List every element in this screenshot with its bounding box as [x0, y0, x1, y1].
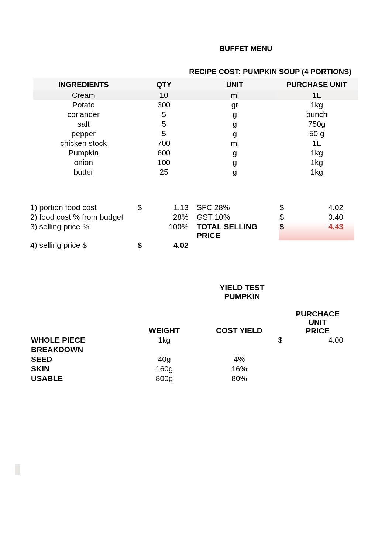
yield-table: WEIGHT COST YIELD PURCHACE UNIT PRICE WH…	[30, 309, 354, 383]
ingredient-punit: bunch	[275, 110, 358, 119]
col-qty: QTY	[134, 78, 194, 90]
ingredient-unit: g	[194, 148, 276, 158]
currency-symbol	[276, 364, 290, 374]
ingredient-unit: g	[194, 158, 276, 167]
calc-sublabel: GST 10%	[195, 212, 279, 222]
ingredient-punit: 1L	[275, 90, 358, 100]
currency-symbol: $	[279, 203, 292, 212]
calc-value: 1.13	[147, 203, 195, 212]
ingredient-unit: g	[194, 119, 276, 129]
table-row: SKIN160g16%	[30, 364, 354, 374]
table-row: USABLE800g80%	[30, 374, 354, 383]
yield-pct: 80%	[202, 374, 277, 383]
table-row: butter25g1kg	[33, 167, 358, 177]
yield-subtitle: PUMPKIN	[125, 292, 359, 301]
col-ingredients: INGREDIENTS	[33, 78, 134, 90]
col-purchase-unit-price: PURCHACE UNIT PRICE	[290, 309, 354, 335]
ingredient-unit: ml	[194, 138, 276, 148]
yield-pct	[202, 345, 277, 354]
calc-value: 4.02	[147, 240, 195, 250]
ingredient-qty: 5	[134, 110, 194, 119]
currency-symbol	[276, 354, 290, 364]
currency-symbol: $	[279, 212, 292, 222]
ingredient-punit: 1kg	[275, 167, 358, 177]
ingredient-qty: 600	[134, 148, 194, 158]
ingredient-punit: 750g	[275, 119, 358, 129]
yield-weight	[127, 345, 202, 354]
calc-label: 4) selling price $	[30, 240, 137, 250]
ingredient-qty: 10	[134, 90, 194, 100]
calc-value: 100%	[147, 222, 195, 240]
calc-row: 2) food cost % from budget 28% GST 10% $…	[30, 212, 354, 222]
table-row: Pumpkin600g1kg	[33, 148, 358, 158]
calc-label: 3) selling price %	[30, 222, 137, 240]
ingredient-name: coriander	[33, 110, 134, 119]
col-weight: WEIGHT	[127, 309, 202, 335]
table-row: Potato300gr1kg	[33, 100, 358, 110]
ingredient-name: Potato	[33, 100, 134, 110]
table-row: chicken stock700ml1L	[33, 138, 358, 148]
ingredient-punit: 1kg	[275, 148, 358, 158]
calc-sublabel: SFC 28%	[195, 203, 279, 212]
yield-price	[290, 364, 354, 374]
ingredient-punit: 50 g	[275, 129, 358, 138]
col-cost-yield: COST YIELD	[202, 309, 277, 335]
table-row: Cream10ml1L	[33, 90, 358, 100]
currency-symbol	[276, 345, 290, 354]
calc-label: 2) food cost % from budget	[30, 212, 137, 222]
table-row: SEED40g4%	[30, 354, 354, 364]
yield-price: 4.00	[290, 335, 354, 345]
yield-price	[290, 354, 354, 364]
yield-label: SKIN	[30, 364, 127, 374]
ingredient-qty: 300	[134, 100, 194, 110]
ingredient-punit: 1kg	[275, 158, 358, 167]
currency-symbol	[137, 222, 146, 240]
calc-subvalue: 4.02	[293, 203, 354, 212]
calc-value: 28%	[147, 212, 195, 222]
total-selling-price: 4.43	[293, 222, 354, 240]
pu-price-line1: PURCHACE UNIT	[292, 309, 343, 326]
yield-label: SEED	[30, 354, 127, 364]
yield-title: YIELD TEST	[125, 283, 359, 292]
calc-label: 1) portion food cost	[30, 203, 137, 212]
table-row: coriander5gbunch	[33, 110, 358, 119]
calc-sublabel: TOTAL SELLING PRICE	[195, 222, 279, 240]
ingredient-qty: 25	[134, 167, 194, 177]
ingredient-qty: 100	[134, 158, 194, 167]
pu-price-line2: PRICE	[292, 326, 343, 335]
yield-weight: 160g	[127, 364, 202, 374]
table-row: salt5g750g	[33, 119, 358, 129]
yield-pct	[202, 335, 277, 345]
calc-row: 1) portion food cost $ 1.13 SFC 28% $ 4.…	[30, 203, 354, 212]
currency-symbol: $	[276, 335, 290, 345]
currency-symbol	[276, 374, 290, 383]
ingredient-name: Cream	[33, 90, 134, 100]
col-unit: UNIT	[194, 78, 276, 90]
cost-calc-table: 1) portion food cost $ 1.13 SFC 28% $ 4.…	[30, 203, 354, 250]
ingredient-punit: 1kg	[275, 100, 358, 110]
table-row: BREAKDOWN	[30, 345, 354, 354]
currency-symbol: $	[137, 203, 146, 212]
table-row: pepper5g50 g	[33, 129, 358, 138]
yield-weight: 1kg	[127, 335, 202, 345]
currency-symbol	[137, 212, 146, 222]
yield-label: WHOLE PIECE	[30, 335, 127, 345]
currency-symbol: $	[137, 240, 146, 250]
currency-symbol: $	[279, 222, 292, 240]
ingredient-unit: ml	[194, 90, 276, 100]
col-purchase-unit: PURCHASE UNIT	[275, 78, 358, 90]
yield-weight: 40g	[127, 354, 202, 364]
yield-label: USABLE	[30, 374, 127, 383]
ingredient-qty: 700	[134, 138, 194, 148]
yield-price	[290, 374, 354, 383]
calc-subvalue: 0.40	[293, 212, 354, 222]
ingredient-punit: 1L	[275, 138, 358, 148]
yield-pct: 16%	[202, 364, 277, 374]
yield-price	[290, 345, 354, 354]
table-row: WHOLE PIECE1kg$4.00	[30, 335, 354, 345]
ingredient-name: salt	[33, 119, 134, 129]
yield-label: BREAKDOWN	[30, 345, 127, 354]
ingredient-name: Pumpkin	[33, 148, 134, 158]
recipe-header: RECIPE COST: PUMPKIN SOUP (4 PORTIONS)	[30, 68, 351, 76]
page-title: BUFFET MENU	[133, 44, 359, 53]
